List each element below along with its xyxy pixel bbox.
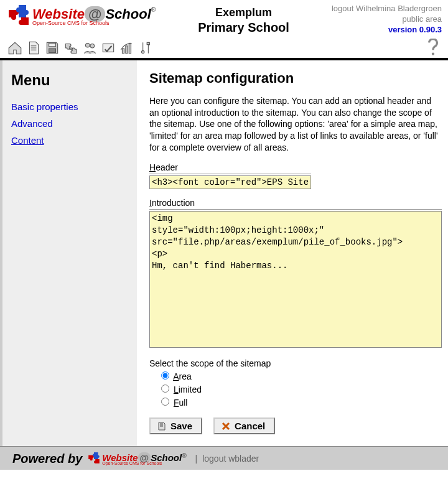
footer: Powered by Website@School® Open-Source C… — [0, 446, 448, 470]
page-description: Here you can configure the sitemap. You … — [149, 95, 442, 154]
help-icon[interactable] — [424, 39, 442, 57]
scope-radio-limited[interactable] — [161, 385, 169, 393]
public-area-link[interactable]: public area — [402, 14, 442, 24]
cancel-small-icon — [221, 421, 231, 431]
logo[interactable]: Website@School® Open-Source CMS for Scho… — [6, 4, 156, 29]
page-icon[interactable] — [25, 39, 42, 57]
home-icon[interactable] — [6, 39, 24, 57]
powered-by-text: Powered by — [12, 452, 82, 466]
footer-logo[interactable]: Website@School® Open-Source CMS for Scho… — [87, 452, 186, 465]
svg-rect-5 — [122, 49, 124, 54]
scope-label-full[interactable]: Full — [174, 398, 188, 408]
sidebar-item-basic-properties[interactable]: Basic properties — [11, 101, 128, 112]
introduction-textarea[interactable] — [149, 211, 442, 348]
header: Website@School® Open-Source CMS for Scho… — [0, 0, 448, 38]
main-content: Sitemap configuration Here you can confi… — [137, 60, 448, 446]
sidebar-item-advanced[interactable]: Advanced — [11, 118, 128, 129]
svg-rect-1 — [49, 49, 56, 53]
stats-icon[interactable] — [118, 39, 136, 57]
svg-rect-7 — [129, 43, 131, 53]
menu-title: Menu — [11, 72, 128, 89]
footer-separator: | — [195, 454, 198, 464]
sidebar: Menu Basic properties Advanced Content — [0, 60, 137, 446]
header-field-label: Header — [149, 162, 442, 172]
header-right: logout Wilhelmina Bladergroen public are… — [332, 4, 442, 35]
svg-point-3 — [90, 44, 95, 48]
toolbar — [0, 38, 448, 60]
introduction-field-label: Introduction — [149, 198, 442, 208]
sidebar-item-content[interactable]: Content — [11, 135, 128, 146]
scope-label-area[interactable]: Area — [173, 371, 192, 381]
divider — [149, 209, 442, 210]
puzzle-icon — [6, 4, 31, 29]
svg-point-2 — [86, 43, 90, 47]
body: Menu Basic properties Advanced Content S… — [0, 60, 448, 446]
scope-label-limited[interactable]: Limited — [174, 385, 202, 394]
accounts-icon[interactable] — [81, 39, 98, 57]
save-button[interactable]: Save — [149, 417, 202, 434]
tools-icon[interactable] — [137, 39, 154, 57]
page-title: Sitemap configuration — [149, 70, 442, 86]
cancel-button[interactable]: Cancel — [213, 417, 275, 434]
puzzle-icon — [87, 452, 101, 465]
config-icon[interactable] — [100, 39, 117, 57]
scope-label: Select the scope of the sitemap — [149, 358, 271, 368]
site-title: Exemplum Primary School — [198, 4, 289, 35]
divider — [149, 174, 311, 174]
scope-radio-full[interactable] — [161, 398, 169, 406]
logout-link-bottom[interactable]: logout wblader — [202, 454, 259, 464]
scope-radio-area[interactable] — [161, 371, 169, 380]
svg-point-8 — [432, 52, 434, 55]
svg-rect-0 — [49, 43, 56, 46]
svg-rect-6 — [126, 45, 128, 53]
save-icon[interactable] — [44, 39, 61, 57]
logout-link-top[interactable]: logout Wilhelmina Bladergroen — [332, 4, 442, 13]
version-text: version 0.90.3 — [332, 25, 442, 35]
save-small-icon — [157, 421, 167, 431]
header-input[interactable] — [149, 175, 311, 189]
modules-icon[interactable] — [62, 39, 80, 57]
